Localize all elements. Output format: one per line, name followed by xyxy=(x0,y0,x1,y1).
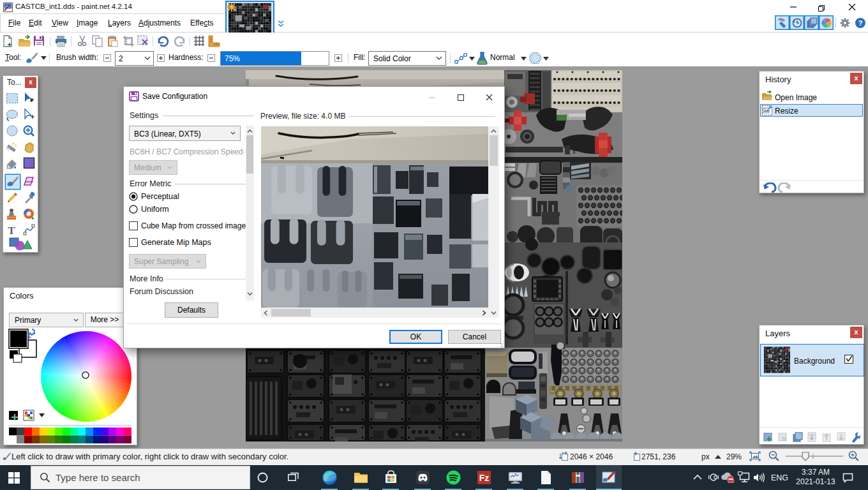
svg-text:?: ? xyxy=(858,19,863,27)
svg-text:T: T xyxy=(8,225,15,237)
svg-text:x: x xyxy=(572,148,576,155)
svg-text:Fz: Fz xyxy=(479,473,490,483)
